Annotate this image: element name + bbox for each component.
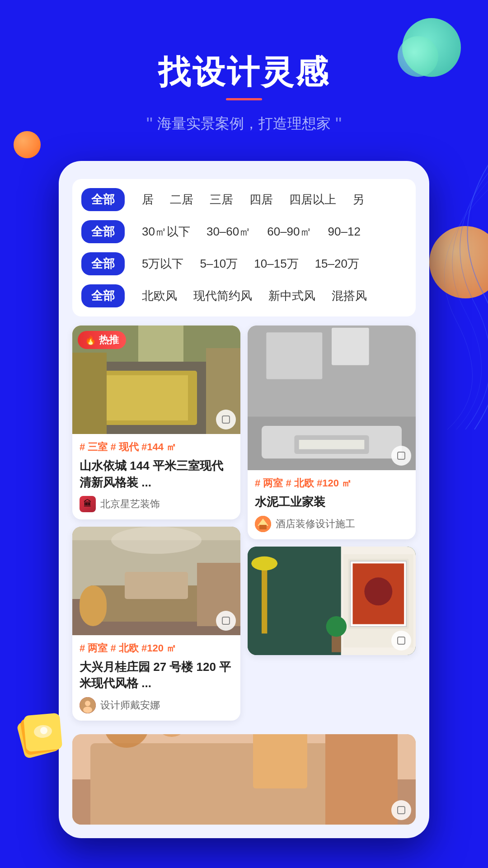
author2-avatar bbox=[255, 516, 271, 532]
svg-rect-36 bbox=[259, 525, 267, 529]
author1-house-icon: 🏛 bbox=[80, 496, 96, 512]
svg-rect-11 bbox=[138, 326, 183, 362]
card3-save-button[interactable] bbox=[216, 611, 236, 631]
svg-rect-42 bbox=[262, 563, 267, 633]
filter-room-4ju[interactable]: 四居 bbox=[241, 188, 281, 211]
svg-rect-33 bbox=[398, 452, 405, 459]
svg-rect-28 bbox=[332, 328, 369, 365]
filter-room-3ju[interactable]: 三居 bbox=[202, 188, 241, 211]
header: 找设计灵感 " 海量实景案例，打造理想家 " bbox=[0, 0, 488, 161]
card4-image bbox=[248, 547, 416, 655]
page-title: 找设计灵感 bbox=[0, 54, 488, 90]
filter-row-budget: 全部 5万以下 5–10万 10–15万 15–20万 bbox=[72, 248, 416, 280]
cards-right-column: # 两室 # 北欧 #120 ㎡ 水泥工业家装 酒店装修设计施工 bbox=[248, 326, 416, 721]
filter-room-2ju[interactable]: 二居 bbox=[162, 188, 202, 211]
svg-rect-27 bbox=[266, 333, 322, 379]
svg-rect-49 bbox=[398, 637, 405, 644]
svg-point-48 bbox=[364, 577, 392, 605]
cards-grid: 🔥 热推 # 三室 # 现代 #144 ㎡ 山水依城 144 平米三室现代清新风… bbox=[72, 326, 416, 734]
filter-style-mix[interactable]: 混搭风 bbox=[324, 284, 375, 307]
filter-style-chinese[interactable]: 新中式风 bbox=[260, 284, 324, 307]
fire-icon: 🔥 bbox=[85, 335, 96, 345]
author2-name: 酒店装修设计施工 bbox=[276, 517, 355, 531]
filter-style-modern[interactable]: 现代简约风 bbox=[185, 284, 260, 307]
author3-avatar bbox=[80, 697, 96, 713]
hot-label: 热推 bbox=[99, 333, 119, 347]
card1-body: # 三室 # 现代 #144 ㎡ 山水依城 144 平米三室现代清新风格装 ..… bbox=[72, 434, 240, 519]
design-card-3[interactable]: # 两室 # 北欧 #120 ㎡ 大兴月桂庄园 27 号楼 120 平米现代风格… bbox=[72, 527, 240, 721]
svg-point-17 bbox=[111, 527, 202, 554]
subtitle-text: 海量实景案例，打造理想家 bbox=[157, 114, 331, 134]
card1-image-container: 🔥 热推 bbox=[72, 326, 240, 434]
filter-budget-5below[interactable]: 5万以下 bbox=[134, 252, 192, 275]
svg-point-23 bbox=[85, 701, 90, 706]
svg-point-43 bbox=[251, 556, 277, 570]
card1-save-button[interactable] bbox=[216, 410, 236, 429]
card3-image bbox=[72, 527, 240, 635]
card2-image-container bbox=[248, 326, 416, 470]
svg-rect-20 bbox=[80, 585, 107, 626]
card2-author: 酒店装修设计施工 bbox=[255, 516, 408, 532]
card3-body: # 两室 # 北欧 #120 ㎡ 大兴月桂庄园 27 号楼 120 平米现代风格… bbox=[72, 635, 240, 721]
3d-icon-decoration bbox=[11, 705, 70, 764]
card2-tags: # 两室 # 北欧 #120 ㎡ bbox=[255, 476, 408, 490]
card2-image bbox=[248, 326, 416, 470]
svg-rect-21 bbox=[222, 617, 230, 624]
filter-room-more[interactable]: 另 bbox=[344, 188, 372, 211]
design-card-2[interactable]: # 两室 # 北欧 #120 ㎡ 水泥工业家装 酒店装修设计施工 bbox=[248, 326, 416, 539]
card4-save-button[interactable] bbox=[391, 631, 411, 651]
quote-open: " bbox=[146, 115, 153, 133]
filter-section: 全部 居 二居 三居 四居 四居以上 另 全部 30㎡以下 30–60㎡ 60–… bbox=[72, 179, 416, 316]
card2-body: # 两室 # 北欧 #120 ㎡ 水泥工业家装 酒店装修设计施工 bbox=[248, 470, 416, 539]
card5-image bbox=[72, 734, 416, 825]
card3-author: 设计师戴安娜 bbox=[80, 697, 233, 713]
card2-save-button[interactable] bbox=[391, 446, 411, 466]
filter-room-4juplus[interactable]: 四居以上 bbox=[281, 188, 344, 211]
filter-budget-1015[interactable]: 10–15万 bbox=[246, 252, 306, 275]
filter-area-6090[interactable]: 60–90㎡ bbox=[259, 220, 319, 243]
card1-author: 🏛 北京星艺装饰 bbox=[80, 496, 233, 512]
card3-tags: # 两室 # 北欧 #120 ㎡ bbox=[80, 642, 233, 655]
cards-left-column: 🔥 热推 # 三室 # 现代 #144 ㎡ 山水依城 144 平米三室现代清新风… bbox=[72, 326, 240, 721]
svg-point-24 bbox=[83, 707, 92, 713]
hot-badge: 🔥 热推 bbox=[78, 331, 126, 349]
filter-row-room: 全部 居 二居 三居 四居 四居以上 另 bbox=[72, 184, 416, 216]
filter-all-style[interactable]: 全部 bbox=[81, 284, 125, 307]
filter-area-30below[interactable]: 30㎡以下 bbox=[134, 220, 198, 243]
filter-all-budget[interactable]: 全部 bbox=[81, 252, 125, 275]
filter-area-90120[interactable]: 90–12 bbox=[320, 221, 369, 242]
design-card-5[interactable] bbox=[72, 734, 416, 825]
filter-area-3060[interactable]: 30–60㎡ bbox=[198, 220, 259, 243]
svg-rect-9 bbox=[72, 353, 107, 434]
design-card-1[interactable]: 🔥 热推 # 三室 # 现代 #144 ㎡ 山水依城 144 平米三室现代清新风… bbox=[72, 326, 240, 519]
svg-point-4 bbox=[40, 727, 47, 734]
svg-point-45 bbox=[326, 616, 347, 637]
quote-close: " bbox=[335, 115, 342, 133]
card2-title: 水泥工业家装 bbox=[255, 494, 408, 510]
card4-image-container bbox=[248, 547, 416, 655]
card1-tags: # 三室 # 现代 #144 ㎡ bbox=[80, 440, 233, 454]
svg-rect-18 bbox=[125, 572, 188, 599]
bg-circle-orange-right bbox=[429, 226, 488, 298]
card5-save-button[interactable] bbox=[391, 800, 411, 820]
filter-budget-510[interactable]: 5–10万 bbox=[192, 252, 246, 275]
author3-name: 设计师戴安娜 bbox=[100, 698, 160, 712]
header-subtitle: " 海量实景案例，打造理想家 " bbox=[0, 114, 488, 134]
svg-rect-56 bbox=[325, 734, 398, 825]
filter-style-nordic[interactable]: 北欧风 bbox=[134, 284, 185, 307]
phone-card: 全部 居 二居 三居 四居 四居以上 另 全部 30㎡以下 30–60㎡ 60–… bbox=[59, 161, 429, 838]
svg-rect-32 bbox=[299, 440, 365, 449]
card3-title: 大兴月桂庄园 27 号楼 120 平米现代风格 ... bbox=[80, 659, 233, 692]
card3-image-container bbox=[72, 527, 240, 635]
filter-row-style: 全部 北欧风 现代简约风 新中式风 混搭风 bbox=[72, 280, 416, 312]
svg-rect-12 bbox=[222, 416, 230, 423]
design-card-4[interactable] bbox=[248, 547, 416, 655]
filter-budget-1520[interactable]: 15–20万 bbox=[307, 252, 367, 275]
author1-name: 北京星艺装饰 bbox=[100, 497, 160, 511]
title-underline bbox=[226, 98, 262, 100]
filter-row-area: 全部 30㎡以下 30–60㎡ 60–90㎡ 90–12 bbox=[72, 216, 416, 248]
filter-all-area[interactable]: 全部 bbox=[81, 220, 125, 243]
svg-rect-55 bbox=[253, 734, 307, 788]
filter-room-1ju[interactable]: 居 bbox=[134, 188, 162, 211]
filter-all-room[interactable]: 全部 bbox=[81, 188, 125, 211]
